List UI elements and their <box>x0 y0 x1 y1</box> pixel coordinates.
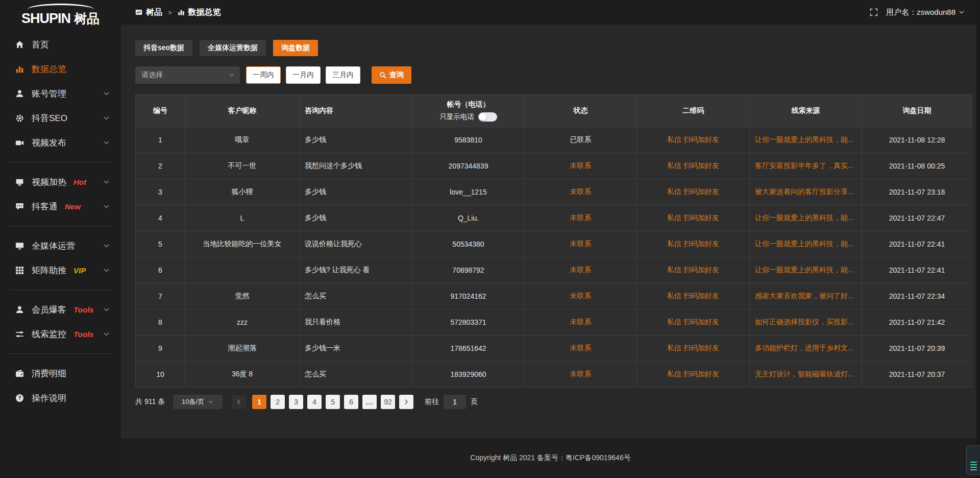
page-button-3[interactable]: 3 <box>289 395 303 409</box>
chevron-left-icon <box>236 399 242 405</box>
cell-account: love__1215 <box>412 179 525 205</box>
cell-qrcode-links[interactable]: 私信 扫码加好友 <box>637 205 750 231</box>
range-button-three-months[interactable]: 三月内 <box>326 66 360 84</box>
cell-account: Q_Liu. <box>412 205 525 231</box>
col-header-id: 编号 <box>136 94 185 127</box>
cell-qrcode-links[interactable]: 私信 扫码加好友 <box>637 336 750 362</box>
cell-account: 9583810 <box>412 127 525 153</box>
prev-page-button[interactable] <box>232 395 246 409</box>
sidebar-item-douyin-seo[interactable]: 抖音SEO <box>0 106 121 130</box>
cell-source-link[interactable]: 让你一眼就爱上的黑科技，能... <box>750 257 862 283</box>
cell-qrcode-links[interactable]: 私信 扫码加好友 <box>637 309 750 336</box>
sidebar-item-data-overview[interactable]: 数据总览 <box>0 57 121 81</box>
page-button-6[interactable]: 6 <box>344 395 358 409</box>
monitor-icon <box>15 242 24 250</box>
sidebar-item-video-publish[interactable]: 视频发布 <box>0 130 121 155</box>
cell-account: 178651642 <box>412 336 525 362</box>
goto-label: 前往 <box>425 397 439 407</box>
tab-omnimedia-data[interactable]: 全媒体运营数据 <box>200 40 266 56</box>
phone-only-toggle[interactable] <box>478 112 497 122</box>
cell-source-link[interactable]: 被大家追着问的客厅投影分享... <box>750 179 862 205</box>
sidebar-item-consumption-detail[interactable]: 消费明细 <box>0 361 121 386</box>
chevron-down-icon <box>103 243 110 249</box>
cell-date: 2021-11-07 22:34 <box>862 283 972 309</box>
query-button[interactable]: 查询 <box>372 66 411 84</box>
sidebar-item-omni-media[interactable]: 全媒体运营 <box>0 233 121 258</box>
sidebar-item-operation-guide[interactable]: ? 操作说明 <box>0 386 121 410</box>
cell-source-link[interactable]: 感谢大家喜欢我家，被问了好... <box>750 283 862 309</box>
cell-qrcode-links[interactable]: 私信 扫码加好友 <box>637 127 750 153</box>
sliders-icon <box>15 330 24 339</box>
cell-date: 2021-11-07 23:18 <box>862 179 972 205</box>
tab-douyin-seo-data[interactable]: 抖音seo数据 <box>135 40 192 56</box>
cell-qrcode-links[interactable]: 私信 扫码加好友 <box>637 362 750 388</box>
cell-qrcode-links[interactable]: 私信 扫码加好友 <box>637 179 750 205</box>
logo-arc-icon <box>27 4 94 10</box>
total-count: 共 911 条 <box>135 397 165 407</box>
goto-page-input[interactable] <box>444 395 466 409</box>
page-button-1[interactable]: 1 <box>252 395 266 409</box>
table-row: 7 觉然 怎么买 917024162 未联系 私信 扫码加好友 感谢大家喜欢我家… <box>136 283 972 309</box>
date-range-group: 一周内一月内三月内 <box>246 66 360 84</box>
cell-source-link[interactable]: 如何正确选择投影仪，买投影... <box>750 309 862 336</box>
page-ellipsis-button[interactable]: ... <box>362 395 377 409</box>
cell-date: 2021-11-08 00:25 <box>862 153 972 179</box>
cell-date: 2021-11-07 22:47 <box>862 205 972 231</box>
tab-inquiry-data[interactable]: 询盘数据 <box>273 40 318 56</box>
page-button-5[interactable]: 5 <box>326 395 340 409</box>
cell-qrcode-links[interactable]: 私信 扫码加好友 <box>637 231 750 257</box>
cell-id: 9 <box>136 336 185 362</box>
range-button-one-month[interactable]: 一月内 <box>286 66 321 84</box>
cell-source-link[interactable]: 让你一眼就爱上的黑科技，能... <box>750 127 862 153</box>
wallet-icon <box>15 369 24 378</box>
page-button-92[interactable]: 92 <box>381 395 395 409</box>
cell-source-link[interactable]: 让你一眼就爱上的黑科技，能... <box>750 205 862 231</box>
page-button-2[interactable]: 2 <box>271 395 285 409</box>
cell-status: 未联系 <box>525 362 637 388</box>
filter-select[interactable]: 请选择 <box>135 66 240 84</box>
page-button-4[interactable]: 4 <box>307 395 322 409</box>
sidebar-item-label: 线索监控 <box>32 328 66 340</box>
cell-source-link[interactable]: 让你一眼就爱上的黑科技，能... <box>750 231 862 257</box>
sidebar-item-label: 首页 <box>32 39 49 51</box>
cell-qrcode-links[interactable]: 私信 扫码加好友 <box>637 153 750 179</box>
range-button-one-week[interactable]: 一周内 <box>246 66 281 84</box>
cell-qrcode-links[interactable]: 私信 扫码加好友 <box>637 257 750 283</box>
sidebar-item-video-heat[interactable]: 视频加热 Hot <box>0 170 121 194</box>
sidebar-item-label: 视频加热 <box>32 176 66 188</box>
chevron-down-icon <box>103 331 110 338</box>
cell-source-link[interactable]: 多功能护栏灯，适用于乡村文... <box>750 336 862 362</box>
account-header-title: 帐号（电话） <box>418 100 519 109</box>
cell-id: 5 <box>136 231 185 257</box>
cell-date: 2021-11-07 21:42 <box>862 309 972 336</box>
floating-widget[interactable] <box>966 445 980 475</box>
user-menu[interactable]: 用户名：zswodun88 <box>886 8 965 17</box>
sidebar-item-matrix-boost[interactable]: 矩阵助推 VIP <box>0 258 121 282</box>
sidebar-item-label: 消费明细 <box>32 368 66 379</box>
cell-account: 572803371 <box>412 309 525 336</box>
sidebar-item-douketong[interactable]: 抖客通 New <box>0 194 121 219</box>
cell-source-link[interactable]: 无主灯设计，智能磁吸轨道灯... <box>750 362 862 388</box>
bar-chart-icon <box>15 65 24 74</box>
monitor-chart-icon <box>135 9 142 16</box>
content: 抖音seo数据全媒体运营数据询盘数据 请选择 一周内一月内三月内 查询 <box>121 25 980 437</box>
breadcrumb-root[interactable]: 树品 <box>146 7 162 18</box>
sidebar-item-clue-monitor[interactable]: 线索监控 Tools <box>0 322 121 346</box>
next-page-button[interactable] <box>399 395 413 409</box>
cell-source-link[interactable]: 客厅安装投影半年多了，真实... <box>750 153 862 179</box>
cell-qrcode-links[interactable]: 私信 扫码加好友 <box>637 283 750 309</box>
topbar: 树品 > 数据总览 用户名：zswodun88 <box>121 0 980 25</box>
sidebar-item-member-burst[interactable]: 会员爆客 Tools <box>0 297 121 322</box>
sidebar-item-home[interactable]: 首页 <box>0 32 121 57</box>
cell-content: 多少钱? 让我死心 看 <box>300 257 412 283</box>
sidebar-item-account-management[interactable]: 账号管理 <box>0 81 121 106</box>
page-size-select[interactable]: 10条/页 <box>173 395 223 409</box>
logo[interactable]: SHUPIN 树品 <box>0 0 121 29</box>
chevron-down-icon <box>229 72 235 78</box>
fullscreen-icon[interactable] <box>870 8 878 16</box>
widget-line <box>970 462 977 463</box>
col-header-date: 询盘日期 <box>862 94 972 127</box>
goto-suffix: 页 <box>471 397 478 407</box>
scrollbar-track[interactable] <box>976 0 980 478</box>
widget-line <box>970 467 977 468</box>
